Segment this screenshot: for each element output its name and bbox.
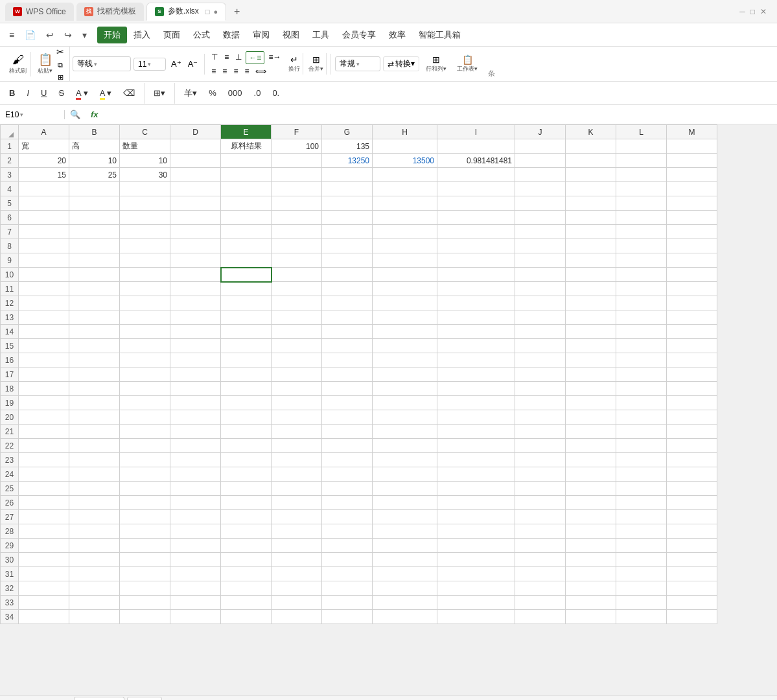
cell-D32[interactable]: [170, 581, 221, 596]
cell-H10[interactable]: [373, 268, 437, 282]
col-header-H[interactable]: H: [373, 125, 437, 139]
wrap-text-button[interactable]: ↵ 换行: [286, 53, 303, 75]
cell-C12[interactable]: [120, 296, 170, 310]
cell-G32[interactable]: [322, 581, 373, 596]
cell-G25[interactable]: [322, 482, 373, 496]
cell-B11[interactable]: [69, 282, 120, 296]
cell-M15[interactable]: [667, 339, 717, 353]
cell-H20[interactable]: [373, 410, 437, 425]
cell-B16[interactable]: [69, 353, 120, 368]
cell-H29[interactable]: [373, 539, 437, 553]
align-bottom-button[interactable]: ⊥: [233, 51, 244, 64]
cell-J30[interactable]: [515, 553, 566, 567]
row-header-26[interactable]: 26: [1, 496, 19, 510]
decrease-font-button[interactable]: A⁻: [185, 58, 201, 70]
cell-J34[interactable]: [515, 610, 566, 624]
cell-L7[interactable]: [616, 225, 667, 239]
cell-K34[interactable]: [566, 610, 616, 624]
cell-A12[interactable]: [19, 296, 69, 310]
cell-K33[interactable]: [566, 596, 616, 610]
tab-zhaoke[interactable]: 找 找稻壳模板: [76, 3, 144, 21]
cell-B31[interactable]: [69, 567, 120, 581]
menu-member[interactable]: 会员专享: [336, 27, 382, 43]
cell-F27[interactable]: [272, 510, 322, 524]
cell-F28[interactable]: [272, 524, 322, 539]
font-name-select[interactable]: 等线 ▾: [73, 56, 131, 71]
cell-L20[interactable]: [616, 410, 667, 425]
cell-M6[interactable]: [667, 211, 717, 225]
cell-A2[interactable]: 20: [19, 154, 69, 168]
cell-K21[interactable]: [566, 425, 616, 439]
cell-E4[interactable]: [221, 182, 272, 196]
row-header-33[interactable]: 33: [1, 596, 19, 610]
cell-A16[interactable]: [19, 353, 69, 368]
cell-C28[interactable]: [120, 524, 170, 539]
cell-B2[interactable]: 10: [69, 154, 120, 168]
cell-F31[interactable]: [272, 567, 322, 581]
cell-E19[interactable]: [221, 396, 272, 410]
clear-button[interactable]: ⌫: [119, 87, 139, 99]
file-icon[interactable]: 📄: [21, 27, 40, 43]
col-header-J[interactable]: J: [515, 125, 566, 139]
cell-J9[interactable]: [515, 253, 566, 268]
zoom-icon[interactable]: 🔍: [65, 110, 86, 119]
cell-reference-box[interactable]: E10 ▾: [0, 110, 65, 119]
cell-E28[interactable]: [221, 524, 272, 539]
cell-L11[interactable]: [616, 282, 667, 296]
more-icon[interactable]: ▾: [78, 27, 91, 43]
cell-K23[interactable]: [566, 453, 616, 467]
cell-F33[interactable]: [272, 596, 322, 610]
cell-L30[interactable]: [616, 553, 667, 567]
grid-wrapper[interactable]: A B C D E F G H I J K L M 1: [0, 124, 777, 695]
cell-A21[interactable]: [19, 425, 69, 439]
cell-A13[interactable]: [19, 310, 69, 325]
cell-A28[interactable]: [19, 524, 69, 539]
cell-A15[interactable]: [19, 339, 69, 353]
col-header-F[interactable]: F: [272, 125, 322, 139]
menu-smart[interactable]: 智能工具箱: [412, 27, 467, 43]
cell-C7[interactable]: [120, 225, 170, 239]
cell-B10[interactable]: [69, 268, 120, 282]
cell-I30[interactable]: [437, 553, 515, 567]
cell-G6[interactable]: [322, 211, 373, 225]
cell-B5[interactable]: [69, 196, 120, 211]
cell-H16[interactable]: [373, 353, 437, 368]
cell-I33[interactable]: [437, 596, 515, 610]
cell-D31[interactable]: [170, 567, 221, 581]
cell-A10[interactable]: [19, 268, 69, 282]
cell-L27[interactable]: [616, 510, 667, 524]
cell-I32[interactable]: [437, 581, 515, 596]
cell-G27[interactable]: [322, 510, 373, 524]
merge-button[interactable]: ⊞ 合并▾: [306, 53, 327, 75]
cell-K31[interactable]: [566, 567, 616, 581]
cell-H1[interactable]: [373, 139, 437, 154]
hamburger-icon[interactable]: ≡: [5, 27, 18, 43]
redo-icon[interactable]: ↪: [60, 27, 76, 43]
cell-J32[interactable]: [515, 581, 566, 596]
cell-M3[interactable]: [667, 168, 717, 182]
corner-header[interactable]: [1, 125, 19, 139]
cell-F11[interactable]: [272, 282, 322, 296]
cell-E33[interactable]: [221, 596, 272, 610]
cell-H5[interactable]: [373, 196, 437, 211]
cell-J17[interactable]: [515, 368, 566, 382]
align-left-text-button[interactable]: ←≡: [246, 51, 264, 64]
cell-L33[interactable]: [616, 596, 667, 610]
cell-B28[interactable]: [69, 524, 120, 539]
cell-A8[interactable]: [19, 239, 69, 253]
cell-I28[interactable]: [437, 524, 515, 539]
cell-D16[interactable]: [170, 353, 221, 368]
copy-button[interactable]: ⧉: [56, 60, 64, 71]
cell-C4[interactable]: [120, 182, 170, 196]
cell-L34[interactable]: [616, 610, 667, 624]
cell-F16[interactable]: [272, 353, 322, 368]
cell-H26[interactable]: [373, 496, 437, 510]
cell-L31[interactable]: [616, 567, 667, 581]
sheet-tab-漏洞[interactable]: 漏洞: [127, 697, 162, 700]
cell-I13[interactable]: [437, 310, 515, 325]
row-header-25[interactable]: 25: [1, 482, 19, 496]
cell-B27[interactable]: [69, 510, 120, 524]
cell-C3[interactable]: 30: [120, 168, 170, 182]
cell-M28[interactable]: [667, 524, 717, 539]
cell-M11[interactable]: [667, 282, 717, 296]
